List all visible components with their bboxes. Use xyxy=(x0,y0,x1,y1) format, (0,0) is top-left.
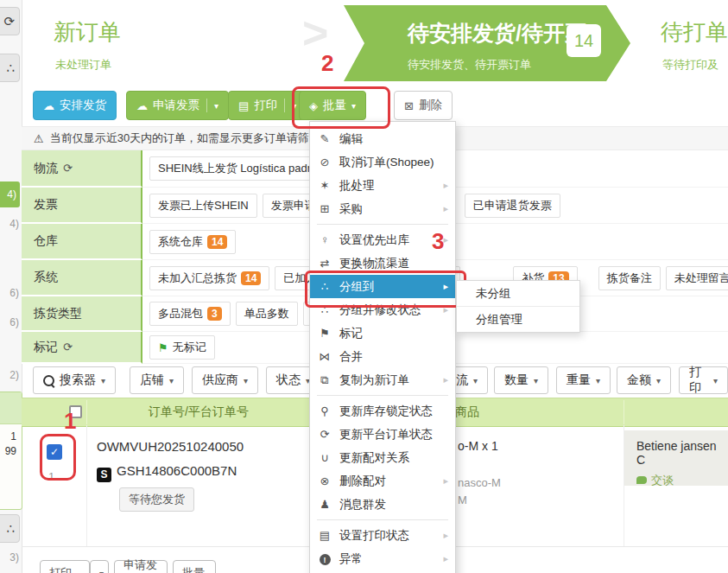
rail-panel-value: 1 xyxy=(0,430,22,444)
submenu-arrow-icon: ▸ xyxy=(443,475,448,487)
left-rail: ⟳ ∴ 4) 4) 6) 6) 2) 1 99 ∴ 3) xyxy=(0,0,22,573)
filter-chip[interactable]: 已申请退货发票 xyxy=(465,194,560,218)
filter-chip[interactable]: 发票已上传SHEIN xyxy=(149,194,257,218)
menu-divider xyxy=(317,224,448,225)
arrange-shipping-button[interactable]: ☁ 安排发货 xyxy=(33,91,117,120)
caret-down-icon: ▾ xyxy=(351,101,356,111)
refresh-icon: ⟳ xyxy=(3,14,15,29)
rail-sitemap-button[interactable]: ∴ xyxy=(0,54,20,82)
edit-icon: ✎ xyxy=(310,132,339,145)
column-header-order[interactable]: 订单号/平台订单号 xyxy=(86,398,311,426)
row-checkbox-checked[interactable]: ✓ xyxy=(47,444,62,460)
batch-dropdown-menu: ✎编辑 ⊘取消订单(Shopee) ✶批处理▸ ⊞采购▸ ♀设置优先出库▸ ⇄更… xyxy=(309,121,456,573)
chevron-right-icon: > xyxy=(302,10,328,55)
platform-order-number[interactable]: GSH14806C000B7N xyxy=(117,463,237,478)
caret-down-icon: ▾ xyxy=(214,101,218,111)
annotation-step-3: 3 xyxy=(432,228,444,255)
batch-button[interactable]: ◈ 批量 ▾ xyxy=(299,91,366,120)
users-icon: ♟ xyxy=(310,498,339,511)
menu-item-edit[interactable]: ✎编辑 xyxy=(310,127,455,150)
menu-item-merge[interactable]: ⋈合并 xyxy=(310,345,455,368)
filter-chip[interactable]: SHEIN线上发货 Logística padrão xyxy=(149,156,332,181)
menu-item-tag[interactable]: ⚑标记 xyxy=(310,322,455,345)
menu-item-delete-pairing[interactable]: ⊗删除配对▸ xyxy=(310,469,455,493)
chat-link[interactable]: 交谈 xyxy=(624,467,728,488)
filter-label: 标记⟳ xyxy=(22,332,142,364)
shop-filter-button[interactable]: 店铺▾ xyxy=(130,366,184,394)
menu-item-update-stock-lock[interactable]: ⚲更新库存锁定状态 xyxy=(310,399,455,423)
rail-count: 4) xyxy=(0,218,19,230)
delete-button[interactable]: ⊠ 删除 xyxy=(394,91,453,120)
menu-item-group-and-modify[interactable]: ∴分组并修改状态▸ xyxy=(310,298,455,322)
rail-sitemap-button-2[interactable]: ∴ xyxy=(0,514,20,543)
customer-name: Betiene jansen C xyxy=(624,430,728,467)
menu-item-copy-as-new-order[interactable]: ⧉复制为新订单▸ xyxy=(310,368,455,392)
menu-item-update-platform-status[interactable]: ⟳更新平台订单状态 xyxy=(310,423,455,446)
menu-item-purchase[interactable]: ⊞采购▸ xyxy=(310,197,455,220)
caret-down-icon: ▾ xyxy=(292,101,296,111)
filter-chip[interactable]: 系统仓库14 xyxy=(149,230,236,254)
submenu-item-group-management[interactable]: 分组管理 xyxy=(457,307,579,332)
rail-count: 6) xyxy=(0,287,19,299)
print-button[interactable]: ▤ 打印 ▾ xyxy=(228,91,307,120)
submenu-item-ungrouped[interactable]: 未分组 xyxy=(457,281,579,306)
filter-chip[interactable]: 单品多数 xyxy=(236,302,298,326)
menu-item-abnormal[interactable]: !异常▸ xyxy=(310,547,455,570)
refresh-icon[interactable]: ⟳ xyxy=(63,341,73,353)
submenu-arrow-icon: ▸ xyxy=(443,180,448,191)
tab-pending-shipment-active[interactable]: 待安排发货/待开票 14 待安排发货、待开票订单 xyxy=(344,5,630,81)
filter-chip[interactable]: 多品混包3 xyxy=(149,302,231,326)
rail-active-count[interactable]: 4) xyxy=(0,181,20,207)
tab-title: 待安排发货/待开票 xyxy=(408,19,586,48)
filter-chip[interactable]: 未加入汇总拣货14 xyxy=(149,266,269,290)
rail-refresh-button[interactable]: ⟳ xyxy=(0,7,20,35)
submenu-arrow-icon: ▸ xyxy=(443,553,448,564)
bottom-print-caret-button[interactable]: ▾ xyxy=(90,560,109,573)
print-filter-button[interactable]: 打印▾ xyxy=(679,366,728,394)
menu-item-mass-message[interactable]: ♟消息群发 xyxy=(310,493,455,516)
tag-icon: ⚑ xyxy=(158,341,168,354)
caret-down-icon: ▾ xyxy=(99,569,104,573)
menu-item-change-logistics[interactable]: ⇄更换物流渠道 xyxy=(310,251,455,275)
amount-filter-button[interactable]: 金额▾ xyxy=(617,366,671,394)
filter-chip[interactable]: 拣货备注 xyxy=(598,266,661,290)
quantity-filter-button[interactable]: 数量▾ xyxy=(494,366,548,394)
menu-item-update-pairing[interactable]: ∪更新配对关系 xyxy=(310,446,455,469)
product-name-fragment: nasco-M xyxy=(458,476,501,489)
weight-filter-button[interactable]: 重量▾ xyxy=(556,366,611,394)
row-index: 1 xyxy=(48,470,54,483)
order-management-app: ⟳ ∴ 4) 4) 6) 6) 2) 1 99 ∴ 3) 新订单 未处理订单 >… xyxy=(0,0,728,573)
exclamation-circle-icon: ! xyxy=(310,552,339,566)
menu-item-batch-process[interactable]: ✶批处理▸ xyxy=(310,174,455,197)
submenu-arrow-icon: ▸ xyxy=(443,304,448,315)
submenu-arrow-icon: ▸ xyxy=(443,374,448,385)
trash-icon: ⊠ xyxy=(404,99,414,112)
product-name-fragment: o-M x 1 xyxy=(458,439,498,453)
rail-panel-value: 99 xyxy=(0,444,22,459)
order-number[interactable]: OWMVUH202510240050 xyxy=(97,439,244,454)
search-builder-button[interactable]: 搜索器▾ xyxy=(33,366,116,394)
supplier-filter-button[interactable]: 供应商▾ xyxy=(192,366,258,394)
merge-icon: ⋈ xyxy=(310,350,339,363)
request-invoice-button[interactable]: ☁ 申请发票 ▾ xyxy=(126,91,229,120)
submenu-arrow-icon: ▸ xyxy=(443,530,448,541)
menu-divider xyxy=(317,519,448,520)
tab-pending-print[interactable]: 待打单 xyxy=(661,17,728,48)
caret-down-icon: ▾ xyxy=(244,376,248,385)
bottom-batch-button[interactable]: 批量 xyxy=(173,560,216,573)
menu-item-set-print-status[interactable]: ▤设置打印状态▸ xyxy=(310,524,455,547)
order-status-badge: 等待您发货 xyxy=(119,487,194,512)
refresh-icon[interactable]: ⟳ xyxy=(63,162,73,175)
menu-item-cancel-order[interactable]: ⊘取消订单(Shopee) xyxy=(310,150,455,174)
filter-chip[interactable]: 未处理留言 xyxy=(666,266,728,290)
lock-icon: ⚲ xyxy=(310,404,339,417)
lightbulb-icon: ♀ xyxy=(310,233,339,246)
tab-count-badge: 14 xyxy=(567,24,601,57)
bottom-print-button[interactable]: 打印 xyxy=(40,560,90,573)
filter-chip[interactable]: ⚑无标记 xyxy=(149,335,215,360)
sitemap-icon: ∴ xyxy=(310,280,339,293)
search-icon xyxy=(43,375,54,386)
bottom-invoice-button[interactable]: 申请发票 xyxy=(114,560,168,573)
menu-item-group-to[interactable]: ∴分组到▸ xyxy=(310,275,455,298)
tab-new-orders[interactable]: 新订单 xyxy=(54,17,121,48)
